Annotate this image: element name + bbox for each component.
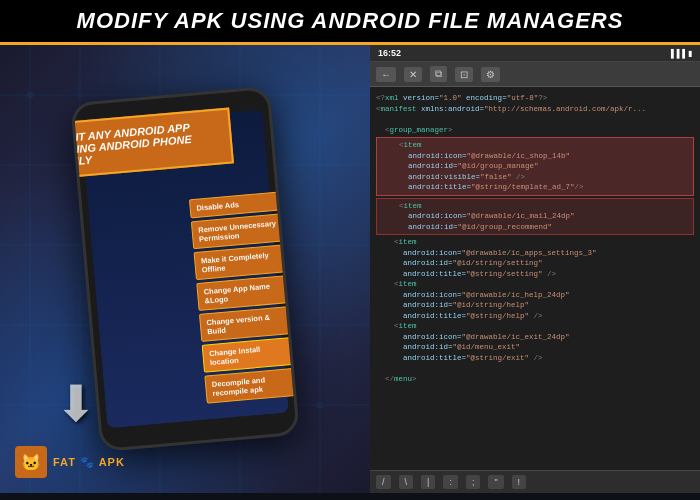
down-arrow-icon: ⬇ xyxy=(55,375,97,433)
page-title: MODIFY APK USING ANDROID FILE MANAGERS xyxy=(77,8,624,34)
code-line-item4: <item xyxy=(376,321,694,332)
phone-mockup: EDIT ANY ANDROID APP USING ANDROID PHONE… xyxy=(70,86,300,452)
code-line-2: <manifest xmlns:android="http://schemas.… xyxy=(376,104,694,115)
pipe-btn[interactable]: | xyxy=(421,475,435,489)
code-hl2-1: <item xyxy=(381,201,689,212)
copy-button[interactable]: ⧉ xyxy=(430,66,447,82)
code-line-help-title: android:title="@string/help" /> xyxy=(376,311,694,322)
code-line-menu-close: </menu> xyxy=(376,374,694,385)
code-hl2-2: android:icon="@drawable/ic_mail_24dp" xyxy=(381,211,689,222)
logo-part2: APK xyxy=(95,456,125,468)
code-hl-1: <item xyxy=(381,140,689,151)
code-line-item3: <item xyxy=(376,279,694,290)
paste-button[interactable]: ⊡ xyxy=(455,67,473,82)
code-line-help-id: android:id="@id/string/help" xyxy=(376,300,694,311)
svg-point-15 xyxy=(78,93,82,97)
semicolon-btn[interactable]: ; xyxy=(466,475,481,489)
battery-icon: ▮ xyxy=(688,49,692,58)
svg-point-10 xyxy=(27,92,33,98)
phone-menu-list: Disable Ads Remove UnnecessaryPermission… xyxy=(189,190,300,404)
menu-item-2: Make it CompletelyOffline xyxy=(193,243,300,280)
colon-btn[interactable]: : xyxy=(443,475,458,489)
exclaim-btn[interactable]: ! xyxy=(512,475,527,489)
code-hl-4: android:visible="false" /> xyxy=(381,172,689,183)
close-button[interactable]: ✕ xyxy=(404,67,422,82)
status-icons: ▐▐▐ ▮ xyxy=(668,49,692,58)
code-hl2-3: android:id="@id/group_recommend" xyxy=(381,222,689,233)
left-panel: EDIT ANY ANDROID APP USING ANDROID PHONE… xyxy=(0,45,370,493)
back-button[interactable]: ← xyxy=(376,67,396,82)
code-highlight-box-2: <item android:icon="@drawable/ic_mail_24… xyxy=(376,198,694,236)
code-line-3: <group_manager> xyxy=(376,125,694,136)
menu-item-3: Change App Name&Logo xyxy=(196,274,300,311)
logo-paw: 🐾 xyxy=(80,456,95,468)
page-container: MODIFY APK USING ANDROID FILE MANAGERS xyxy=(0,0,700,500)
menu-item-1: Remove UnnecessaryPermission xyxy=(191,212,300,249)
header: MODIFY APK USING ANDROID FILE MANAGERS xyxy=(0,0,700,45)
logo: 🐱 FAT 🐾 APK xyxy=(15,446,125,478)
code-line-1: <?xml version="1.0" encoding="utf-8"?> xyxy=(376,93,694,104)
slash-btn[interactable]: / xyxy=(376,475,391,489)
status-time: 16:52 xyxy=(378,48,401,58)
settings-button[interactable]: ⚙ xyxy=(481,67,500,82)
editor-toolbar: ← ✕ ⧉ ⊡ ⚙ xyxy=(370,62,700,87)
code-line-settings-icon: android:icon="@drawable/ic_apps_settings… xyxy=(376,248,694,259)
code-highlight-box-1: <item android:icon="@drawable/ic_shop_14… xyxy=(376,137,694,196)
code-line-exit-title: android:title="@string/exit" /> xyxy=(376,353,694,364)
logo-text: FAT 🐾 APK xyxy=(53,456,125,469)
menu-item-4: Change version &Build xyxy=(199,305,300,342)
main-content: EDIT ANY ANDROID APP USING ANDROID PHONE… xyxy=(0,45,700,493)
backslash-btn[interactable]: \ xyxy=(399,475,414,489)
code-hl-3: android:id="@id/group_manage" xyxy=(381,161,689,172)
code-line-exit-id: android:id="@id/menu_exit" xyxy=(376,342,694,353)
right-panel: 16:52 ▐▐▐ ▮ ← ✕ ⧉ ⊡ ⚙ <?xml version="1.0… xyxy=(370,45,700,493)
code-line-settings-title: android:title="@string/setting" /> xyxy=(376,269,694,280)
editor-bottom-toolbar: / \ | : ; " ! xyxy=(370,470,700,493)
code-line-settings-id: android:id="@id/string/setting" xyxy=(376,258,694,269)
code-line-exit-icon: android:icon="@drawable/ic_exit_24dp" xyxy=(376,332,694,343)
code-hl-2: android:icon="@drawable/ic_shop_14b" xyxy=(381,151,689,162)
signal-icon: ▐▐▐ xyxy=(668,49,685,58)
logo-part1: FAT xyxy=(53,456,80,468)
logo-icon: 🐱 xyxy=(15,446,47,478)
code-line-help-icon: android:icon="@drawable/ic_help_24dp" xyxy=(376,290,694,301)
status-bar: 16:52 ▐▐▐ ▮ xyxy=(370,45,700,62)
code-line-item2: <item xyxy=(376,237,694,248)
svg-point-14 xyxy=(317,402,323,408)
code-editor: <?xml version="1.0" encoding="utf-8"?> <… xyxy=(370,87,700,470)
code-hl-5: android:title="@string/template_ad_7"/> xyxy=(381,182,689,193)
menu-item-5: Change Installlocation xyxy=(201,335,299,372)
quote-btn[interactable]: " xyxy=(488,475,503,489)
